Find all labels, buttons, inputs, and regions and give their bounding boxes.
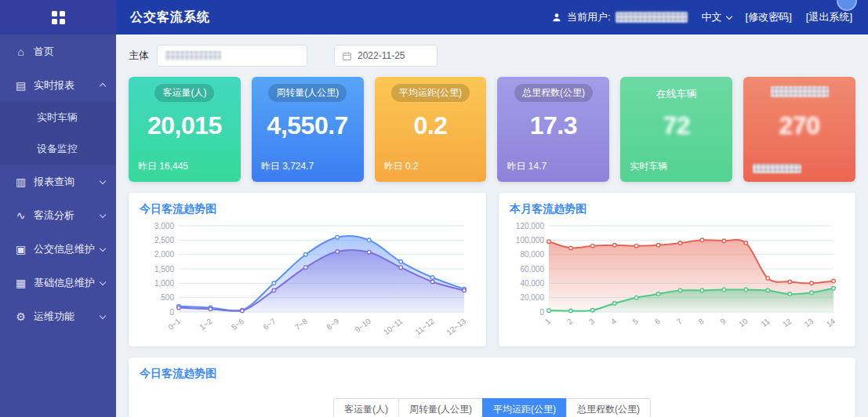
logout-link[interactable]: [退出系统] — [806, 10, 852, 24]
sidebar-item-label: 公交信息维护 — [34, 242, 95, 256]
svg-text:1,000: 1,000 — [154, 279, 174, 288]
svg-text:6: 6 — [653, 317, 663, 326]
svg-text:7: 7 — [675, 317, 685, 326]
svg-text:1,500: 1,500 — [154, 265, 174, 274]
svg-text:0~1: 0~1 — [166, 317, 182, 332]
masked-card-footer — [753, 164, 801, 173]
stat-card-value: 72 — [620, 111, 732, 140]
chart-row: 今日客流趋势图 05001,0001,5002,0002,5003,0000~1… — [129, 193, 855, 346]
sidebar-subitem[interactable]: 设备监控 — [0, 133, 116, 165]
change-password-link[interactable]: [修改密码] — [746, 10, 792, 24]
stat-card: 平均运距(公里)0.2昨日 0.2 — [375, 77, 487, 182]
base-info-icon: ▦ — [14, 277, 27, 289]
user-icon — [551, 12, 562, 23]
stat-card: 周转量(人公里)4,550.7昨日 3,724.7 — [252, 77, 364, 182]
stat-card-badge: 客运量(人) — [154, 84, 214, 102]
svg-text:500: 500 — [161, 293, 174, 302]
svg-text:0: 0 — [539, 308, 544, 317]
month-trend-chart: 020,00040,00060,00080,000100,000120,0001… — [510, 219, 844, 339]
svg-text:13: 13 — [803, 317, 815, 329]
svg-text:4: 4 — [609, 317, 619, 326]
chevron-down-icon — [100, 177, 106, 183]
sidebar-item[interactable]: ∿客流分析 — [0, 198, 116, 232]
current-user-label: 当前用户: — [567, 10, 611, 24]
current-user: 当前用户: — [551, 10, 688, 24]
filter-bar: 主体 2022-11-25 — [129, 45, 855, 67]
svg-text:2: 2 — [565, 317, 575, 326]
stat-card-badge: 总里程数(公里) — [514, 84, 593, 102]
app-menu-button[interactable] — [0, 0, 116, 34]
svg-text:12~13: 12~13 — [445, 317, 467, 337]
sidebar-item[interactable]: ▦基础信息维护 — [0, 266, 116, 299]
sidebar-nav: ⌂首页▤实时报表实时车辆设备监控▥报表查询∿客流分析▣公交信息维护▦基础信息维护… — [0, 34, 116, 417]
svg-text:60,000: 60,000 — [520, 265, 544, 274]
chevron-down-icon — [725, 13, 732, 19]
stat-card: 270 — [743, 77, 855, 182]
chevron-down-icon — [100, 312, 106, 318]
svg-text:8: 8 — [697, 317, 706, 326]
sidebar-item-label: 报表查询 — [34, 175, 74, 189]
svg-text:7~8: 7~8 — [293, 317, 309, 332]
subject-label: 主体 — [129, 49, 149, 63]
svg-text:6~7: 6~7 — [261, 317, 277, 332]
sidebar-item-label: 首页 — [34, 45, 54, 59]
metric-trend-card: 今日客流趋势图 客运量(人)周转量(人公里)平均运距(公里)总里程数(公里) — [129, 357, 855, 417]
svg-text:10: 10 — [737, 317, 750, 329]
stat-card-badge: 周转量(人公里) — [268, 84, 347, 102]
metric-tab[interactable]: 客运量(人) — [333, 398, 399, 417]
chevron-down-icon — [100, 245, 106, 251]
stat-card-footer: 实时车辆 — [630, 160, 667, 173]
svg-text:2,000: 2,000 — [154, 250, 174, 259]
month-trend-title: 本月客流趋势图 — [510, 202, 844, 216]
svg-text:100,000: 100,000 — [516, 236, 545, 245]
masked-card-title — [771, 86, 829, 97]
stat-card-footer: 昨日 0.2 — [384, 160, 419, 173]
stat-card-footer: 昨日 16,445 — [138, 160, 188, 173]
svg-text:120,000: 120,000 — [516, 222, 545, 230]
svg-text:2,500: 2,500 — [154, 236, 174, 245]
metric-trend-title: 今日客流趋势图 — [140, 367, 844, 381]
language-label: 中文 — [702, 10, 722, 24]
top-header: 公交客流系统 当前用户: 中文 [修改密码] [退出系统] — [0, 0, 868, 34]
stat-card-value: 17.3 — [497, 111, 609, 140]
sidebar-item[interactable]: ▥报表查询 — [0, 165, 116, 198]
masked-username — [616, 12, 688, 23]
svg-text:5~6: 5~6 — [230, 317, 245, 332]
today-trend-chart: 05001,0001,5002,0002,5003,0000~11~25~66~… — [140, 219, 475, 339]
svg-text:11~12: 11~12 — [413, 317, 436, 337]
calendar-icon — [342, 51, 352, 61]
date-picker[interactable]: 2022-11-25 — [334, 45, 438, 67]
stat-card-value: 4,550.7 — [252, 111, 364, 140]
svg-text:5: 5 — [631, 317, 641, 326]
svg-text:9: 9 — [718, 317, 728, 326]
bus-icon: ▣ — [14, 243, 27, 256]
avatar[interactable] — [837, 0, 857, 11]
report-icon: ▤ — [14, 79, 27, 92]
metric-tab[interactable]: 总里程数(公里) — [566, 398, 651, 417]
stat-card-title: 在线车辆 — [620, 87, 732, 101]
home-icon: ⌂ — [14, 45, 27, 58]
sidebar-item[interactable]: ▣公交信息维护 — [0, 232, 116, 266]
sidebar-item[interactable]: ⚙运维功能 — [0, 299, 116, 333]
sidebar-item[interactable]: ▤实时报表 — [0, 68, 116, 102]
query-icon: ▥ — [14, 176, 27, 188]
grid-menu-icon — [52, 11, 65, 24]
stat-card-badge: 平均运距(公里) — [391, 84, 470, 102]
header-right: 当前用户: 中文 [修改密码] [退出系统] — [551, 10, 868, 24]
sidebar-item[interactable]: ⌂首页 — [0, 34, 116, 68]
metric-tab[interactable]: 平均运距(公里) — [482, 398, 567, 417]
svg-text:80,000: 80,000 — [520, 250, 544, 259]
subject-input[interactable] — [157, 45, 307, 67]
main-content: 主体 2022-11-25 客运量(人)20,015昨日 16,445周转量(人… — [116, 34, 868, 417]
app-title: 公交客流系统 — [130, 9, 210, 26]
sidebar-item-label: 客流分析 — [34, 208, 74, 223]
month-trend-card: 本月客流趋势图 020,00040,00060,00080,000100,000… — [499, 193, 855, 346]
svg-text:3: 3 — [587, 317, 597, 326]
language-switcher[interactable]: 中文 — [702, 10, 732, 24]
metric-tab[interactable]: 周转量(人公里) — [398, 398, 483, 417]
chevron-up-icon — [100, 83, 106, 89]
svg-text:0: 0 — [169, 308, 174, 317]
sidebar-subitem[interactable]: 实时车辆 — [0, 102, 116, 133]
stat-card-value: 20,015 — [129, 111, 241, 140]
svg-text:14: 14 — [825, 317, 837, 329]
